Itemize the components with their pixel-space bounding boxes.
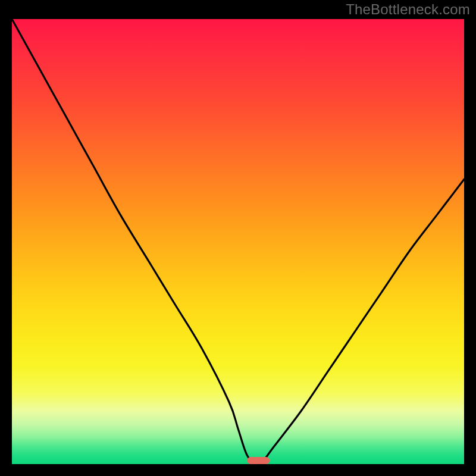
bottleneck-curve	[12, 19, 464, 464]
chart-frame: TheBottleneck.com	[0, 0, 476, 476]
watermark-text: TheBottleneck.com	[346, 1, 470, 18]
curve-layer	[12, 19, 464, 464]
optimal-marker	[247, 457, 270, 464]
plot-area	[12, 19, 464, 464]
